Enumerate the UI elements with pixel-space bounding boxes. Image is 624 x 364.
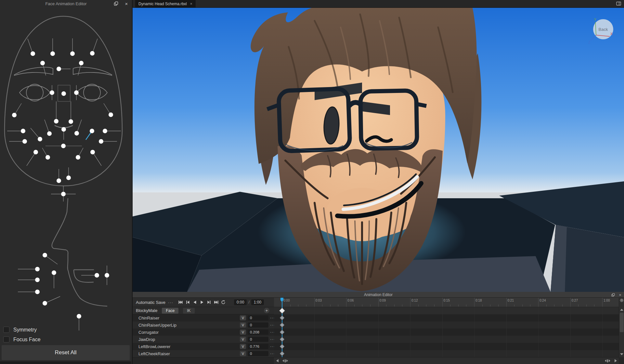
track-value-field[interactable]: 0 — [248, 315, 268, 320]
viewport-3d-scene[interactable]: Back Y X Z — [133, 8, 624, 292]
rig-control-dot[interactable] — [77, 314, 81, 318]
rig-control-dot[interactable] — [57, 178, 61, 183]
rig-control-dot[interactable] — [74, 90, 79, 95]
rig-control-dot[interactable] — [47, 131, 52, 136]
document-tab[interactable]: Dynamic Head Schema.rbxl × — [135, 0, 196, 7]
rig-control-dot[interactable] — [31, 51, 35, 56]
scroll-left-button[interactable] — [275, 358, 280, 363]
track-value-toggle[interactable]: V — [240, 351, 246, 356]
rig-control-dot[interactable] — [38, 137, 42, 141]
rig-control-dot[interactable] — [46, 155, 50, 160]
rig-control-dot[interactable] — [12, 113, 17, 117]
scroll-down-button[interactable] — [619, 353, 624, 356]
rig-control-dot[interactable] — [61, 192, 66, 196]
vertical-scroll-thumb[interactable] — [620, 313, 624, 332]
split-view-icon[interactable] — [616, 1, 621, 7]
end-time-field[interactable]: 1:00 — [251, 299, 264, 305]
rig-control-dot[interactable] — [43, 301, 47, 306]
tab-face[interactable]: Face — [162, 308, 178, 314]
current-time-field[interactable]: 0:00 — [234, 299, 247, 305]
track-row[interactable]: LeftCheekRaiserV0··· — [133, 350, 274, 357]
track-value-field[interactable]: 0 — [248, 322, 268, 328]
keyframe-row[interactable] — [274, 314, 619, 321]
track-value-field[interactable]: 0.776 — [248, 344, 268, 349]
rig-control-dot[interactable] — [105, 273, 109, 278]
horizontal-scrollbar[interactable] — [274, 357, 619, 364]
close-animation-editor-icon[interactable]: × — [618, 293, 622, 297]
rig-control-dot[interactable] — [35, 267, 40, 271]
rig-control-dot[interactable] — [79, 61, 84, 65]
track-value-toggle[interactable]: V — [240, 315, 246, 320]
rig-control-dot[interactable] — [50, 90, 54, 95]
timeline-pan-handle-right[interactable] — [605, 358, 610, 363]
play-reverse-button[interactable] — [191, 299, 198, 306]
rig-control-dot[interactable] — [61, 144, 66, 148]
symmetry-checkbox[interactable] — [3, 327, 9, 333]
keyframe-row[interactable] — [274, 329, 619, 336]
rig-control-dot[interactable] — [90, 51, 95, 56]
track-row[interactable]: CorrugatorV0.208··· — [133, 329, 274, 336]
automatic-save-label[interactable]: Automatic Save — [136, 300, 165, 305]
rig-control-dot[interactable] — [74, 131, 79, 136]
track-value-field[interactable]: 0.208 — [248, 330, 268, 335]
scroll-up-button[interactable] — [619, 308, 624, 311]
rig-control-dot[interactable] — [66, 176, 71, 180]
rig-control-dot[interactable] — [69, 119, 73, 124]
track-value-toggle[interactable]: V — [240, 330, 246, 335]
track-row[interactable]: ChinRaiserUpperLipV0··· — [133, 321, 274, 329]
rig-control-dot[interactable] — [35, 278, 40, 282]
track-value-toggle[interactable]: V — [240, 344, 246, 349]
keyframe-row[interactable] — [274, 350, 619, 357]
rig-control-dot[interactable] — [61, 127, 66, 132]
next-frame-button[interactable] — [206, 299, 212, 306]
rig-control-dot[interactable] — [43, 253, 47, 257]
add-track-button[interactable]: + — [264, 308, 269, 313]
rig-control-dot[interactable] — [103, 129, 107, 133]
play-button[interactable] — [199, 299, 205, 306]
loop-toggle-button[interactable] — [220, 299, 227, 306]
previous-frame-button[interactable] — [184, 299, 191, 306]
rig-control-dot[interactable] — [70, 51, 75, 56]
keyframe-area[interactable] — [274, 307, 619, 357]
keyframe-row[interactable] — [274, 321, 619, 329]
track-value-toggle[interactable]: V — [240, 322, 246, 328]
track-row[interactable]: ChinRaiserV0··· — [133, 314, 274, 321]
skip-to-start-button[interactable] — [177, 299, 184, 306]
rig-control-dot[interactable] — [22, 139, 27, 144]
rig-control-dot[interactable] — [95, 273, 99, 278]
keyframe-row[interactable] — [274, 343, 619, 350]
vertical-scrollbar[interactable] — [619, 298, 624, 357]
track-value-field[interactable]: 0 — [248, 337, 268, 342]
rig-control-dot[interactable] — [90, 129, 94, 133]
rig-control-dot[interactable] — [21, 129, 25, 133]
track-value-field[interactable]: 0 — [248, 351, 268, 356]
rig-control-dot[interactable] — [35, 290, 40, 294]
rig-control-dot[interactable] — [54, 119, 58, 124]
tab-close-icon[interactable]: × — [190, 2, 192, 6]
rig-control-dot[interactable] — [57, 67, 61, 71]
track-value-toggle[interactable]: V — [240, 337, 246, 342]
rig-control-dot[interactable] — [109, 112, 113, 117]
tab-ik[interactable]: IK — [183, 308, 194, 314]
track-row[interactable]: JawDropV0··· — [133, 336, 274, 343]
rig-control-dot[interactable] — [40, 61, 45, 65]
automatic-save-menu-icon[interactable]: ··· — [168, 300, 173, 305]
rig-control-dot[interactable] — [76, 155, 80, 160]
timeline-pan-handle-left[interactable] — [282, 358, 288, 363]
track-row[interactable]: LeftBrowLowererV0.776··· — [133, 343, 274, 350]
timeline-settings-gear-icon[interactable] — [619, 298, 624, 302]
keyframe-row[interactable] — [274, 336, 619, 343]
rig-control-dot[interactable] — [33, 150, 38, 154]
focus-face-checkbox[interactable] — [3, 336, 9, 343]
scroll-right-button[interactable] — [613, 358, 618, 363]
viewport-3d[interactable]: Back Y X Z — [133, 8, 624, 292]
summary-keyframe-row[interactable] — [274, 307, 619, 314]
rig-control-dot[interactable] — [50, 51, 55, 56]
rig-control-dot[interactable] — [61, 91, 66, 96]
timeline-ruler[interactable]: 0:000:030:060:090:120:150:180:210:240:27… — [274, 298, 619, 307]
rig-control-dot[interactable] — [52, 270, 56, 275]
rig-control-dot[interactable] — [90, 150, 95, 154]
reset-all-button[interactable]: Reset All — [2, 345, 130, 360]
rig-control-dot[interactable] — [99, 139, 103, 144]
skip-to-end-button[interactable] — [213, 299, 219, 306]
